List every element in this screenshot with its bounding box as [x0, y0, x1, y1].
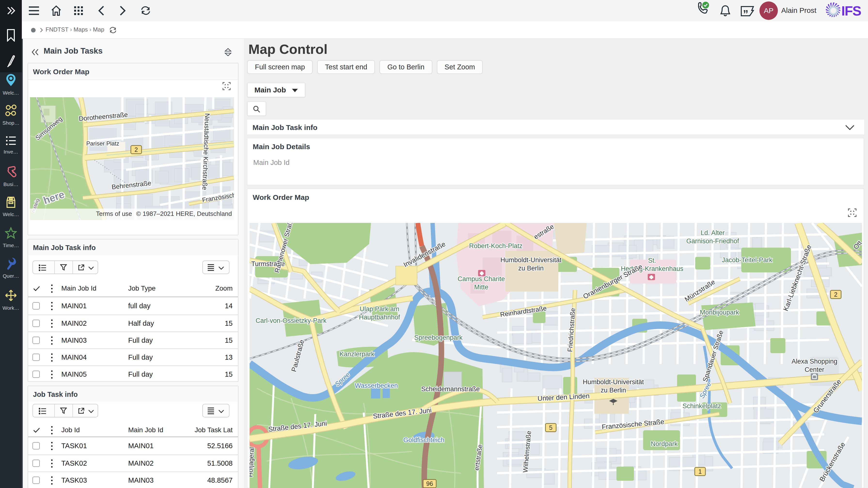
svg-text:Alexa Shopping: Alexa Shopping: [792, 358, 837, 365]
svg-text:”: ”: [743, 8, 748, 17]
svg-text:Ulap Park am: Ulap Park am: [360, 305, 399, 313]
svg-text:Center: Center: [805, 366, 824, 373]
svg-text:IFS: IFS: [841, 3, 861, 19]
svg-text:Pariser Platz: Pariser Platz: [86, 140, 119, 147]
svg-text:96: 96: [426, 480, 433, 487]
svg-text:Scheidemannstraße: Scheidemannstraße: [421, 385, 480, 393]
svg-text:Nordpark: Nordpark: [651, 440, 678, 448]
svg-text:© 1987–2021 HERE, Deutschland: © 1987–2021 HERE, Deutschland: [136, 210, 232, 217]
svg-text:Hauptbahnhof: Hauptbahnhof: [359, 314, 400, 321]
svg-text:Garnison-Friedhof: Garnison-Friedhof: [686, 237, 739, 245]
svg-text:Humboldt-Universität: Humboldt-Universität: [500, 256, 562, 264]
svg-text:Carl-von-Ossietzky-Park: Carl-von-Ossietzky-Park: [256, 317, 327, 324]
svg-text:Campus Charite: Campus Charite: [458, 275, 505, 283]
svg-text:Humboldt-Universität: Humboldt-Universität: [583, 378, 644, 386]
svg-text:Jacob-Teitel-Park: Jacob-Teitel-Park: [722, 256, 773, 264]
svg-text:Mitte: Mitte: [474, 284, 489, 291]
svg-text:zu Berlin: zu Berlin: [518, 265, 544, 272]
svg-text:zu Berlin: zu Berlin: [600, 386, 626, 394]
svg-text:St.: St.: [648, 257, 656, 264]
svg-text:Terms of use: Terms of use: [96, 210, 132, 217]
svg-text:Spreebogenpark: Spreebogenpark: [414, 334, 463, 341]
svg-text:1: 1: [699, 468, 702, 475]
svg-text:Monbijoupark: Monbijoupark: [700, 309, 739, 316]
svg-text:Schinkelplatz: Schinkelplatz: [682, 402, 721, 410]
svg-text:Robert-Koch-Platz: Robert-Koch-Platz: [469, 242, 523, 250]
svg-text:Goldfischteich: Goldfischteich: [403, 436, 444, 443]
svg-text:Ld. Alter: Ld. Alter: [701, 229, 724, 236]
svg-text:Wasserbecken: Wasserbecken: [355, 382, 398, 389]
svg-text:Kanzlerpark: Kanzlerpark: [340, 350, 375, 358]
svg-text:5: 5: [549, 424, 553, 431]
svg-text:2: 2: [134, 146, 138, 153]
svg-text:2: 2: [834, 291, 837, 298]
